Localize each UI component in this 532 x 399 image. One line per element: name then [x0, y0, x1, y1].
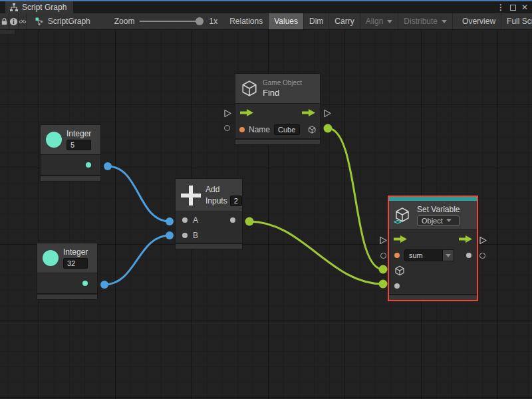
input-port-a[interactable] [182, 217, 188, 223]
window-menu-icon[interactable]: ⋮ [497, 3, 505, 12]
setvariable-output-outer-port[interactable] [479, 253, 485, 259]
find-name-outer-port[interactable] [224, 125, 230, 131]
gameobject-target-port[interactable] [394, 265, 405, 276]
flow-input-arrow-icon[interactable] [393, 235, 408, 243]
variable-scope-label: Object [422, 217, 443, 225]
wire-integer32-to-add-b[interactable] [104, 235, 170, 285]
zoom-slider-track [140, 21, 203, 22]
graph-canvas[interactable]: Integer 5 Integer 32 [0, 30, 532, 399]
input-port-b[interactable] [182, 233, 188, 238]
node-title: Integer [63, 247, 88, 257]
lock-button[interactable] [0, 13, 9, 29]
flow-output-arrow-icon[interactable] [301, 108, 316, 117]
info-button[interactable] [9, 13, 19, 29]
name-value-field[interactable]: Cube [274, 124, 300, 135]
port-b-label: B [193, 231, 198, 240]
graph-name-label: ScriptGraph [48, 17, 90, 26]
find-flow-out-port[interactable] [323, 109, 332, 118]
node-title: Find [263, 88, 302, 98]
maximize-icon[interactable] [510, 5, 516, 11]
integer-output-port[interactable] [82, 281, 88, 286]
integer-value-field[interactable]: 5 [66, 140, 91, 150]
setvariable-name-outer-port[interactable] [380, 253, 386, 259]
overview-button[interactable]: Overview [457, 13, 501, 29]
node-footer [41, 175, 100, 181]
node-title: Set Variable [417, 205, 460, 214]
add-output-port[interactable] [230, 217, 235, 223]
node-footer [37, 293, 97, 299]
carry-button[interactable]: Carry [329, 13, 360, 29]
chevron-down-icon [387, 20, 392, 23]
script-graph-window: Script Graph ⋮ ✕ ‹×› [0, 0, 532, 399]
values-label: Values [274, 17, 298, 26]
wire-add-to-setvariable-value[interactable] [249, 221, 383, 284]
window-focus-indicator [0, 0, 532, 1]
zoom-label: Zoom [114, 17, 135, 26]
set-variable-output-port[interactable] [466, 253, 471, 258]
tab-script-graph[interactable]: Script Graph [5, 1, 73, 13]
variable-name-dropdown[interactable]: sum [404, 249, 454, 261]
variable-scope-dropdown[interactable]: Object [417, 215, 460, 226]
node-category: Game Object [263, 79, 302, 86]
overview-label: Overview [462, 17, 495, 26]
node-find[interactable]: Game Object Find Name Cube [235, 73, 321, 145]
breadcrumb-remnant [0, 30, 15, 34]
node-integer-top[interactable]: Integer 5 [40, 124, 101, 182]
zoom-slider[interactable] [140, 17, 203, 25]
value-input-port[interactable] [394, 283, 400, 289]
titlebar-spacer [73, 1, 497, 13]
node-footer [235, 138, 320, 144]
chevron-down-icon [442, 20, 447, 23]
script-graph-icon [35, 17, 44, 26]
wire-integer5-to-add-a[interactable] [108, 166, 170, 221]
graph-toolbar: ‹×› ScriptGraph Zoom 1x Relations Values [0, 13, 532, 30]
distribute-label: Distribute [404, 17, 438, 26]
graph-breadcrumb[interactable]: ScriptGraph [27, 13, 98, 29]
setvariable-flow-out-port[interactable] [479, 236, 487, 245]
variable-name-value: sum [404, 249, 443, 261]
integer-output-port[interactable] [86, 162, 91, 168]
game-object-cube-icon [241, 80, 258, 97]
relations-label: Relations [229, 17, 263, 26]
gameobject-output-port[interactable] [308, 124, 316, 135]
angle-brackets-icon: ‹×› [19, 17, 26, 25]
lock-icon [0, 17, 9, 26]
inputs-label: Inputs [205, 196, 227, 205]
flow-output-arrow-icon[interactable] [458, 235, 473, 243]
zoom-control: Zoom 1x [98, 13, 224, 29]
wire-endpoints [100, 124, 388, 289]
name-label: Name [249, 125, 270, 134]
integer-value-field[interactable]: 32 [63, 258, 88, 269]
node-title: Integer [66, 129, 91, 138]
variable-name-input-port[interactable] [394, 253, 400, 258]
chevron-down-icon [446, 219, 452, 222]
flow-input-arrow-icon[interactable] [239, 108, 254, 117]
fullscreen-button[interactable]: Full Screen [501, 13, 532, 29]
name-input-port[interactable] [239, 127, 245, 132]
inputs-count-field[interactable]: 2 [230, 196, 242, 206]
code-preview-button[interactable]: ‹×› [19, 13, 27, 29]
align-button[interactable]: Align [360, 13, 399, 29]
find-flow-in-port[interactable] [223, 109, 232, 118]
zoom-value: 1x [209, 17, 217, 26]
setvariable-flow-in-port[interactable] [379, 236, 388, 245]
dim-button[interactable]: Dim [304, 13, 329, 29]
distribute-button[interactable]: Distribute [398, 13, 453, 29]
variable-name-dropdown-button[interactable] [443, 249, 454, 261]
close-icon[interactable]: ✕ [521, 3, 528, 12]
wire-find-to-setvariable-object[interactable] [328, 128, 383, 269]
node-integer-bottom[interactable]: Integer 32 [37, 243, 98, 300]
add-plus-icon [181, 186, 201, 205]
variable-brackets-icon: <> [394, 217, 401, 226]
node-title: Add [205, 185, 242, 194]
port-a-label: A [193, 215, 198, 225]
zoom-slider-handle[interactable] [196, 17, 203, 25]
relations-button[interactable]: Relations [224, 13, 269, 29]
node-set-variable[interactable]: <> Set Variable Object [388, 196, 478, 301]
node-footer [389, 294, 477, 300]
align-label: Align [366, 17, 384, 26]
values-button[interactable]: Values [269, 13, 304, 29]
node-add[interactable]: Add Inputs 2 A B [175, 178, 243, 249]
node-footer [176, 243, 242, 249]
integer-type-icon [43, 250, 59, 266]
